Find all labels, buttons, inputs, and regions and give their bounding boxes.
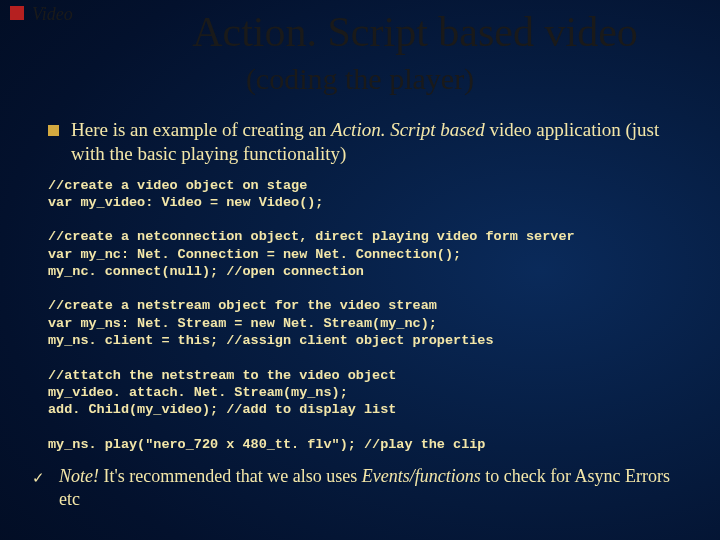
note-emphasis: Events/functions — [362, 466, 481, 486]
bullet-square-icon — [48, 125, 59, 136]
bullet-emphasis: Action. Script based — [331, 119, 485, 140]
slide-title: Action. Script based video — [130, 8, 700, 56]
slide-subtitle: (coding the player) — [0, 62, 720, 96]
note-mid: It's recommended that we also uses — [99, 466, 362, 486]
code-block: //create a video object on stage var my_… — [48, 177, 690, 453]
note-item: ✓ Note! It's recommended that we also us… — [48, 465, 690, 512]
top-bullet-square — [10, 6, 24, 20]
bullet-item: Here is an example of creating an Action… — [48, 118, 690, 167]
bullet-lead: Here is an example of creating an — [71, 119, 331, 140]
slide-body: Here is an example of creating an Action… — [48, 118, 690, 512]
bullet-text: Here is an example of creating an Action… — [71, 118, 690, 167]
note-label: Note! — [59, 466, 99, 486]
section-label: Video — [32, 4, 73, 25]
note-text: Note! It's recommended that we also uses… — [59, 465, 690, 512]
check-icon: ✓ — [32, 469, 45, 487]
